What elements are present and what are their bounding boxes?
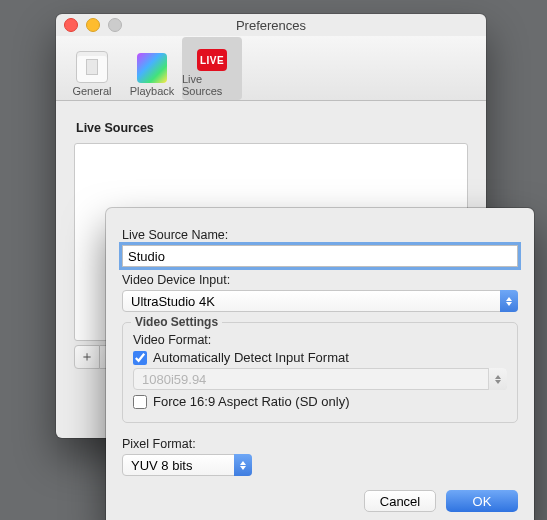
cancel-button[interactable]: Cancel bbox=[364, 490, 436, 512]
titlebar: Preferences bbox=[56, 14, 486, 36]
pixel-format-select[interactable]: YUV 8 bits bbox=[122, 454, 252, 476]
tab-live-sources[interactable]: LIVE Live Sources bbox=[182, 37, 242, 100]
tab-playback[interactable]: Playback bbox=[122, 37, 182, 100]
add-source-button[interactable]: ＋ bbox=[74, 345, 100, 369]
auto-detect-row[interactable]: Automatically Detect Input Format bbox=[133, 350, 507, 365]
playback-icon bbox=[137, 53, 167, 83]
tab-label: General bbox=[72, 85, 111, 97]
name-label: Live Source Name: bbox=[122, 228, 518, 242]
tab-general[interactable]: General bbox=[62, 37, 122, 100]
live-source-name-input[interactable] bbox=[122, 245, 518, 267]
video-settings-group: Video Settings Video Format: Automatical… bbox=[122, 322, 518, 423]
ok-button[interactable]: OK bbox=[446, 490, 518, 512]
tab-label: Live Sources bbox=[182, 73, 242, 97]
device-label: Video Device Input: bbox=[122, 273, 518, 287]
window-title: Preferences bbox=[56, 18, 486, 33]
live-source-sheet: Live Source Name: Video Device Input: Ul… bbox=[106, 208, 534, 520]
video-format-label: Video Format: bbox=[133, 333, 507, 347]
tab-label: Playback bbox=[130, 85, 175, 97]
auto-detect-label: Automatically Detect Input Format bbox=[153, 350, 349, 365]
video-device-select[interactable]: UltraStudio 4K bbox=[122, 290, 518, 312]
general-icon bbox=[76, 51, 108, 83]
force-169-row[interactable]: Force 16:9 Aspect Ratio (SD only) bbox=[133, 394, 507, 409]
preferences-toolbar: General Playback LIVE Live Sources bbox=[56, 36, 486, 101]
auto-detect-checkbox[interactable] bbox=[133, 351, 147, 365]
video-format-select: 1080i59.94 bbox=[133, 368, 507, 390]
pixel-format-label: Pixel Format: bbox=[122, 437, 252, 451]
force-169-checkbox[interactable] bbox=[133, 395, 147, 409]
plus-icon: ＋ bbox=[80, 348, 94, 366]
live-icon: LIVE bbox=[197, 49, 227, 71]
section-header: Live Sources bbox=[76, 121, 468, 135]
force-169-label: Force 16:9 Aspect Ratio (SD only) bbox=[153, 394, 350, 409]
video-settings-legend: Video Settings bbox=[131, 315, 222, 329]
